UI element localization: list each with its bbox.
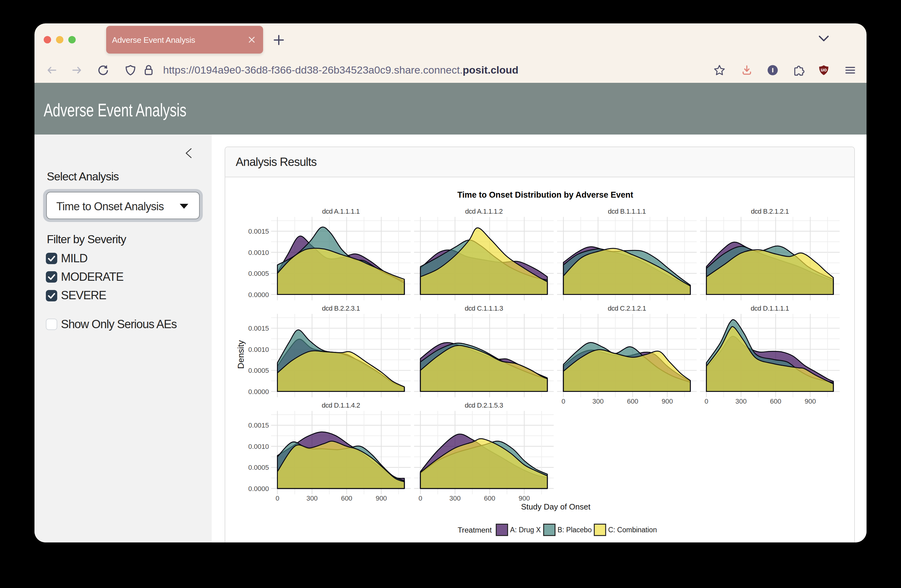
svg-text:dcd D.1.1.4.2: dcd D.1.1.4.2 <box>322 401 360 409</box>
svg-text:900: 900 <box>662 398 673 405</box>
svg-text:0.0010: 0.0010 <box>248 346 269 353</box>
svg-text:600: 600 <box>627 398 639 405</box>
svg-text:0.0005: 0.0005 <box>248 270 269 278</box>
svg-text:uo: uo <box>821 67 827 72</box>
svg-text:dcd D.2.1.5.3: dcd D.2.1.5.3 <box>465 401 503 409</box>
svg-text:300: 300 <box>592 398 604 405</box>
svg-text:0: 0 <box>561 398 565 405</box>
svg-text:0.0010: 0.0010 <box>248 249 269 256</box>
svg-text:B: Placebo: B: Placebo <box>558 526 592 534</box>
svg-text:0.0005: 0.0005 <box>248 367 269 374</box>
svg-text:dcd B.2.1.2.1: dcd B.2.1.2.1 <box>751 207 789 215</box>
svg-text:dcd D.1.1.1.1: dcd D.1.1.1.1 <box>751 304 789 312</box>
svg-text:0.0015: 0.0015 <box>248 228 269 235</box>
svg-text:0.0010: 0.0010 <box>248 443 269 451</box>
svg-text:dcd C.1.1.1.3: dcd C.1.1.1.3 <box>465 304 503 312</box>
svg-text:dcd B.2.2.3.1: dcd B.2.2.3.1 <box>322 304 360 312</box>
svg-text:dcd B.1.1.1.1: dcd B.1.1.1.1 <box>608 207 646 215</box>
svg-text:0.0000: 0.0000 <box>248 388 269 396</box>
svg-text:0: 0 <box>705 398 708 405</box>
svg-text:A: Drug X: A: Drug X <box>510 526 541 534</box>
svg-text:300: 300 <box>307 494 318 502</box>
svg-text:Density: Density <box>236 340 246 369</box>
svg-text:900: 900 <box>519 494 530 502</box>
svg-text:600: 600 <box>341 494 352 502</box>
svg-text:600: 600 <box>770 398 781 405</box>
svg-text:900: 900 <box>805 398 816 405</box>
svg-text:Study Day of Onset: Study Day of Onset <box>521 502 591 512</box>
svg-text:0.0000: 0.0000 <box>248 291 269 299</box>
svg-text:0.0005: 0.0005 <box>248 464 269 471</box>
svg-text:0.0015: 0.0015 <box>248 324 269 332</box>
svg-text:Time to Onset Distribution by: Time to Onset Distribution by Adverse Ev… <box>457 190 633 200</box>
svg-text:Treatment: Treatment <box>458 526 492 534</box>
svg-text:300: 300 <box>449 494 461 502</box>
svg-text:dcd C.2.1.2.1: dcd C.2.1.2.1 <box>608 304 646 312</box>
svg-text:C: Combination: C: Combination <box>608 526 657 534</box>
svg-text:0.0015: 0.0015 <box>248 421 269 429</box>
svg-text:dcd A.1.1.1.1: dcd A.1.1.1.1 <box>322 207 360 215</box>
svg-text:dcd A.1.1.1.2: dcd A.1.1.1.2 <box>465 207 503 215</box>
svg-text:600: 600 <box>484 494 496 502</box>
svg-text:900: 900 <box>376 494 387 502</box>
svg-text:0: 0 <box>418 494 422 502</box>
svg-text:0.0000: 0.0000 <box>248 485 269 493</box>
svg-text:0: 0 <box>275 494 279 502</box>
svg-text:300: 300 <box>736 398 747 405</box>
